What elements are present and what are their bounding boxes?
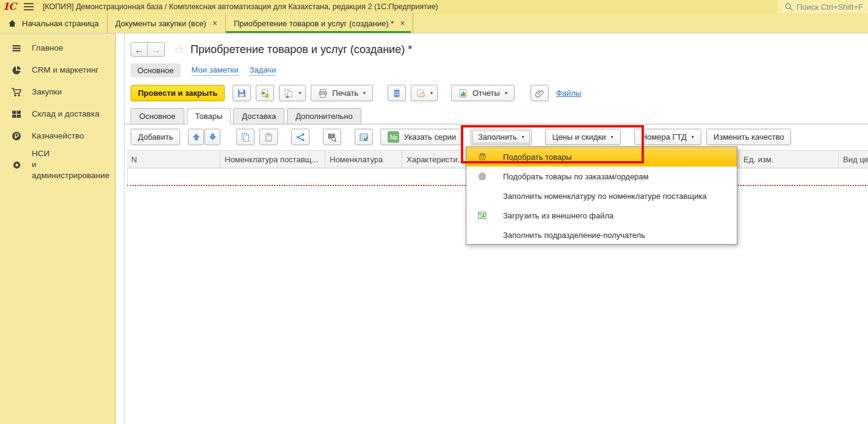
page-nav-tasks[interactable]: Задачи xyxy=(250,65,277,76)
form-tab-main[interactable]: Основное xyxy=(131,108,184,124)
page-nav-main[interactable]: Основное xyxy=(131,63,181,77)
column-header-unit[interactable]: Ед. изм. xyxy=(739,151,839,168)
pick-goods-by-orders-icon xyxy=(477,171,487,181)
prices-discounts-button[interactable]: Цены и скидки ▾ xyxy=(545,129,621,145)
sidebar-item-label: НСИ и администрирование xyxy=(32,148,112,182)
change-quality-button[interactable]: Изменить качество xyxy=(706,129,792,145)
menu-item-pick-goods-by-orders[interactable]: Подобрать товары по заказам/ордерам xyxy=(466,167,737,186)
menu-item-fill-department[interactable]: Заполнить подразделение-получатель xyxy=(466,225,737,245)
distribute-button[interactable] xyxy=(291,129,309,145)
form-tab-delivery[interactable]: Доставка xyxy=(233,108,284,124)
save-icon xyxy=(237,88,247,98)
cart-icon xyxy=(10,87,23,97)
form-tab-label: Товары xyxy=(195,112,223,121)
sidebar-item-treasury[interactable]: Казначейство xyxy=(0,125,115,147)
series-button[interactable]: № Указать серии xyxy=(380,129,463,145)
chevron-down-icon: ▾ xyxy=(363,90,366,96)
page-nav-links: Основное Мои заметки Задачи xyxy=(131,63,868,78)
column-header-supplier-nomenclature[interactable]: Номенклатура поставщ... xyxy=(220,151,325,168)
create-based-on-button[interactable]: ▾ xyxy=(279,85,306,101)
fill-dropdown-menu: Подобрать товары Подобрать товары по зак… xyxy=(466,146,737,245)
sidebar-item-warehouse[interactable]: Склад и доставка xyxy=(0,103,115,125)
add-row-button[interactable]: Добавить xyxy=(131,129,180,145)
sidebar-item-label: Закупки xyxy=(32,87,62,98)
favorite-star-icon[interactable]: ☆ xyxy=(174,43,184,57)
page-nav-notes[interactable]: Мои заметки xyxy=(192,65,239,76)
create-based-on-icon xyxy=(284,88,294,98)
files-link[interactable]: Файлы xyxy=(556,88,581,98)
copy-row-icon xyxy=(241,132,250,142)
column-header-n[interactable]: N xyxy=(127,151,220,168)
sidebar-item-crm[interactable]: CRM и маркетинг xyxy=(0,59,115,81)
treasury-ruble-icon xyxy=(10,131,23,141)
main-menu-button[interactable] xyxy=(23,2,34,11)
sidebar-item-purchases[interactable]: Закупки xyxy=(0,81,115,103)
distribute-icon xyxy=(295,132,305,142)
sidebar-item-label: Склад и доставка xyxy=(32,109,99,120)
form-tab-label: Основное xyxy=(139,112,176,121)
chevron-down-icon: ▾ xyxy=(611,134,613,140)
home-icon xyxy=(8,20,16,27)
attachments-button[interactable] xyxy=(530,85,549,101)
sections-sidebar: Главное CRM и маркетинг Закупки Склад и … xyxy=(0,34,116,424)
table-toolbar: Добавить xyxy=(131,129,868,145)
menu-item-pick-goods[interactable]: Подобрать товары xyxy=(466,147,737,167)
move-down-button[interactable] xyxy=(204,129,220,145)
menu-item-label: Подобрать товары xyxy=(503,153,572,162)
menu-item-load-from-file[interactable]: Загрузить из внешнего файла xyxy=(466,206,737,225)
sidebar-item-main[interactable]: Главное xyxy=(0,37,115,59)
reports-label: Отчеты xyxy=(472,88,500,98)
reports-button[interactable]: Отчеты ▾ xyxy=(451,85,515,101)
gtd-numbers-button[interactable]: Номера ГТД ▾ xyxy=(634,129,701,145)
sidebar-item-label: Казначейство xyxy=(32,131,84,142)
series-label: Указать серии xyxy=(403,132,455,142)
post-document-icon xyxy=(260,88,270,98)
close-icon[interactable]: × xyxy=(212,19,217,27)
check-fill-button[interactable] xyxy=(355,129,373,145)
fill-label: Заполнить xyxy=(478,132,517,142)
load-from-file-icon xyxy=(477,210,487,220)
column-header-price-kind[interactable]: Вид цен xyxy=(839,151,868,168)
tab-home-page[interactable]: Начальная страница xyxy=(0,13,107,33)
form-tab-additional[interactable]: Дополнительно xyxy=(287,108,361,124)
form-tab-label: Дополнительно xyxy=(295,112,353,121)
form-tab-label: Доставка xyxy=(242,112,276,121)
print-button[interactable]: Печать ▾ xyxy=(311,85,373,101)
form-tab-bar: Основное Товары Доставка Дополнительно xyxy=(131,108,868,124)
post-and-close-button[interactable]: Провести и закрыть xyxy=(131,85,225,101)
menu-item-label: Заполнить подразделение-получатель xyxy=(503,231,645,240)
pie-chart-icon xyxy=(10,65,23,75)
move-up-button[interactable] xyxy=(188,129,204,145)
series-number-badge: № xyxy=(388,131,399,143)
global-search-button[interactable]: Поиск Ctrl+Shift+F xyxy=(778,0,868,13)
save-button[interactable] xyxy=(233,85,251,101)
paste-row-button[interactable] xyxy=(259,129,278,145)
chevron-down-icon: ▾ xyxy=(505,90,507,96)
form-tab-goods[interactable]: Товары xyxy=(187,108,231,124)
gear-icon xyxy=(10,160,23,170)
barcode-search-button[interactable] xyxy=(323,129,341,145)
check-fill-icon xyxy=(359,132,369,142)
chevron-down-icon: ▾ xyxy=(430,90,433,96)
back-button[interactable]: ← xyxy=(131,42,148,57)
copy-row-button[interactable] xyxy=(236,129,255,145)
document-log-button[interactable]: ▾ xyxy=(411,85,438,101)
column-header-nomenclature[interactable]: Номенклатура xyxy=(325,151,402,168)
window-tab-bar: Начальная страница Документы закупки (вс… xyxy=(0,13,868,34)
title-bar: 1С [КОПИЯ] Демонстрационная база / Компл… xyxy=(0,0,868,13)
post-button[interactable] xyxy=(256,85,274,101)
tab-goods-acquisition[interactable]: Приобретение товаров и услуг (создание) … xyxy=(226,13,413,33)
forward-button[interactable]: → xyxy=(148,42,165,57)
close-icon[interactable]: × xyxy=(400,19,405,27)
sidebar-item-label: Главное xyxy=(32,43,63,54)
sidebar-item-nsi-administration[interactable]: НСИ и администрирование xyxy=(0,147,115,183)
warehouse-grid-icon xyxy=(10,109,23,119)
tab-purchase-documents[interactable]: Документы закупки (все) × xyxy=(107,13,226,33)
print-label: Печать xyxy=(332,88,358,98)
empty-icon-slot xyxy=(477,230,487,240)
paperclip-icon xyxy=(535,88,544,98)
register-records-button[interactable] xyxy=(388,85,406,101)
tab-label: Документы закупки (все) xyxy=(115,19,206,28)
fill-menu-button[interactable]: Заполнить ▾ xyxy=(471,129,532,145)
menu-item-fill-nomenclature[interactable]: Заполнить номенклатуру по номенклатуре п… xyxy=(466,186,737,206)
